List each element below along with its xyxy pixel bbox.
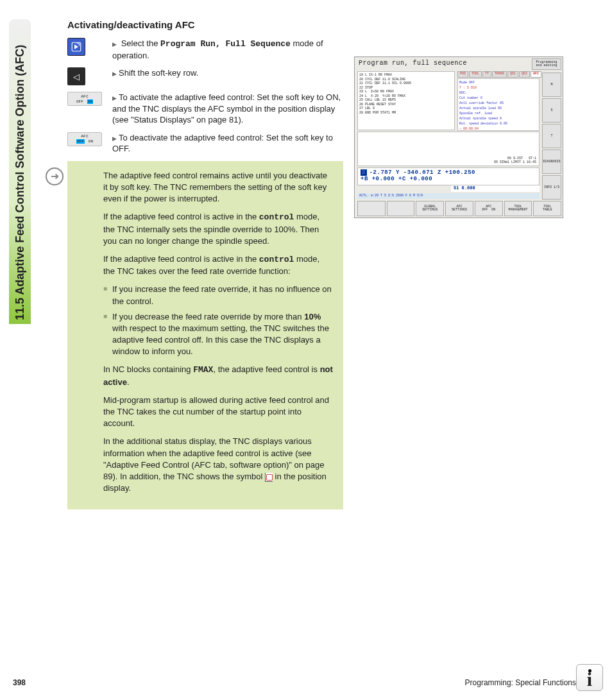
note-p4: In NC blocks containing FMAX, the adapti… bbox=[103, 364, 333, 388]
sidebar-section-label: 11.5 Adaptive Feed Control Software Opti… bbox=[9, 19, 31, 324]
scr-spindle: S1 0.000 bbox=[451, 185, 540, 192]
note-b2a: If you decrease the feed rate override b… bbox=[112, 312, 304, 321]
scr-time: ○ 00:00:04 bbox=[459, 126, 538, 132]
afc-softkey-off: AFC OFFON bbox=[67, 132, 102, 146]
scr-doc: DOC: bbox=[459, 90, 538, 96]
scr-tab: QS2 bbox=[519, 71, 530, 78]
scr-tab: TOOL bbox=[469, 71, 482, 78]
scr-mode: Mode OFF bbox=[459, 80, 538, 85]
note-p4b: , the adaptive feed control is bbox=[213, 364, 319, 374]
scr-sk-toolmgmt: TOOL MANAGEMENT bbox=[504, 201, 532, 216]
scr-tab: TT bbox=[482, 71, 491, 78]
scr-softkey-row: GLOBAL SETTINGS AFC SETTINGS AFC OFF ON … bbox=[357, 201, 561, 216]
scr-tab: POS bbox=[457, 71, 468, 78]
scr-tabs: POS TOOL TT TRANS QS1 QS2 AFC bbox=[457, 71, 540, 78]
scr-title: Program run, full sequence bbox=[359, 60, 467, 67]
note-p1: The adaptive feed control remains active… bbox=[103, 170, 333, 205]
note-p6: In the additional status display, the TN… bbox=[103, 436, 333, 494]
chapter-title: Programming: Special Functions bbox=[465, 678, 576, 687]
note-p3a: If the adaptive feed control is active i… bbox=[103, 254, 259, 264]
scr-tab-afc: AFC bbox=[531, 71, 541, 78]
softkey-on-highlighted: ON bbox=[87, 99, 93, 104]
scr-rot-dev: Rot. speed deviation 0.0% bbox=[459, 121, 538, 126]
note-p4a: In NC blocks containing bbox=[103, 364, 193, 374]
scr-actl-ovr: Actl override factor 0% bbox=[459, 101, 538, 106]
scr-mode-label: Programming and editing bbox=[532, 58, 561, 70]
step4-text: To deactivate the adaptive feed control:… bbox=[112, 132, 343, 155]
mode-icon bbox=[67, 38, 85, 56]
scr-graph-lower: 0% S-IST ST:1 0% SINml LIMIT 1 16:45 bbox=[494, 157, 536, 164]
scr-pos-line1: X -2.787 Y -340.071 Z +100.250 bbox=[362, 169, 475, 176]
step2-text: Shift the soft-key row. bbox=[112, 67, 343, 79]
scr-tab: QS1 bbox=[507, 71, 518, 78]
scr-right-buttons: M S T DIAGNOSIS INFO 1/3 bbox=[542, 73, 561, 200]
note-arrow-icon bbox=[46, 167, 64, 185]
note-b2b: with respect to the maximum setting, the… bbox=[112, 323, 329, 356]
note-p3-mono: control bbox=[259, 255, 294, 264]
scr-sk-global: GLOBAL SETTINGS bbox=[416, 201, 444, 216]
scr-sk-afc: AFC OFF ON bbox=[475, 201, 503, 216]
scr-tdoc: T : 5 D10 bbox=[459, 85, 538, 90]
note-box: The adaptive feed control remains active… bbox=[67, 161, 343, 510]
scr-rbtn-t: T bbox=[542, 124, 561, 148]
scr-graph-area: 0% S-IST ST:1 0% SINml LIMIT 1 16:45 bbox=[357, 132, 540, 166]
scr-pos-line2: +B +0.000 +C +0.000 bbox=[361, 176, 536, 182]
step-4: AFC OFFON To deactivate the adaptive fee… bbox=[67, 132, 343, 155]
note-bullet-1: If you increase the feed rate override, … bbox=[103, 284, 333, 307]
afc-softkey-on: AFC OFFON bbox=[67, 92, 102, 106]
scr-spin-ref: Spindle ref. load bbox=[459, 111, 538, 116]
step-1: Select the Program Run, Full Sequence mo… bbox=[67, 38, 343, 61]
section-heading: Activating/deactivating AFC bbox=[67, 19, 343, 30]
note-bullet-2: If you decrease the feed rate override b… bbox=[103, 311, 333, 358]
scr-sk bbox=[387, 201, 415, 216]
step1-text-a: Select the bbox=[121, 38, 160, 48]
step-2: ◁ Shift the soft-key row. bbox=[67, 67, 343, 85]
info-icon: i bbox=[576, 664, 603, 691]
scr-rbtn-m: M bbox=[542, 73, 561, 97]
step3-text: To activate the adaptive feed control: S… bbox=[112, 92, 343, 126]
note-p2-mono: control bbox=[259, 212, 294, 222]
scr-cut: Cut number 0 bbox=[459, 96, 538, 101]
note-p4-mono: FMAX bbox=[193, 365, 213, 375]
softkey-off: OFF bbox=[76, 99, 83, 104]
note-p2a: If the adaptive feed control is active i… bbox=[103, 212, 259, 221]
scr-position-display: XX -2.787 Y -340.071 Z +100.250 +B +0.00… bbox=[357, 167, 540, 185]
scr-sk-tooltable: TOOL TABLE bbox=[533, 201, 561, 216]
tnc-screenshot: Program run, full sequence Programming a… bbox=[354, 56, 563, 218]
note-p2: If the adaptive feed control is active i… bbox=[103, 211, 333, 247]
scr-program-listing: 19 L IX-1 R0 FMAX 20 CYCL DEF 11.0 SCALI… bbox=[357, 71, 455, 130]
scr-rbtn-s: S bbox=[542, 98, 561, 123]
note-p4c: . bbox=[127, 377, 130, 387]
shift-left-icon: ◁ bbox=[67, 67, 85, 85]
scr-tab: TRANS bbox=[492, 71, 507, 78]
softkey-afc-label2: AFC bbox=[81, 134, 89, 139]
note-p3: If the adaptive feed control is active i… bbox=[103, 253, 333, 277]
scr-rbtn-diag: DIAGNOSIS bbox=[542, 149, 561, 174]
step-3: AFC OFFON To activate the adaptive feed … bbox=[67, 92, 343, 126]
softkey-afc-label: AFC bbox=[81, 94, 89, 99]
main-content: Activating/deactivating AFC Select the P… bbox=[67, 19, 343, 509]
scr-sk-afcset: AFC SETTINGS bbox=[445, 201, 473, 216]
page-number: 398 bbox=[13, 678, 26, 687]
note-b2-bold: 10% bbox=[304, 312, 321, 321]
softkey-on: ON bbox=[89, 139, 93, 144]
softkey-off-highlighted: OFF bbox=[76, 139, 85, 144]
note-p5: Mid-program startup is allowed during ac… bbox=[103, 395, 333, 430]
scr-actl-row: ACTL. ⊕:20 T 5 Z:S 2500 F 0 M 5/9 bbox=[357, 193, 540, 199]
scr-rbtn-info: INFO 1/3 bbox=[542, 175, 561, 200]
step1-mono: Program Run, Full Sequence bbox=[160, 39, 291, 49]
page-footer: 398 Programming: Special Functions bbox=[13, 678, 576, 687]
scr-spin-speed: Actual spindle speed 0 bbox=[459, 116, 538, 121]
scr-spin-load: Actual spindle load 0% bbox=[459, 106, 538, 111]
afc-symbol-icon bbox=[265, 473, 273, 482]
scr-status-panel: Mode OFF T : 5 D10 DOC: Cut number 0 Act… bbox=[457, 78, 540, 131]
scr-sk bbox=[357, 201, 386, 216]
